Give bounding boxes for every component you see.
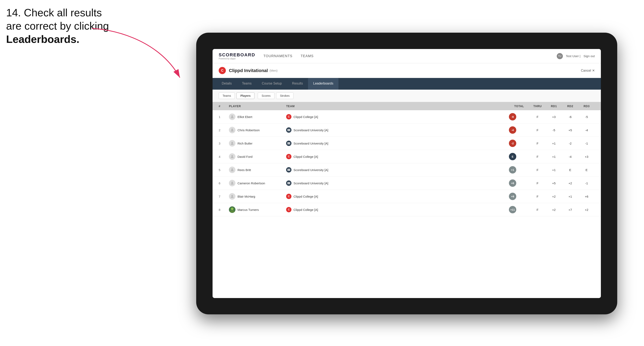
svg-rect-18 bbox=[287, 184, 290, 184]
rank: 1 bbox=[219, 115, 229, 119]
tab-course-setup[interactable]: Course Setup bbox=[257, 78, 287, 90]
filter-players-button[interactable]: Players bbox=[236, 92, 254, 99]
player-avatar bbox=[229, 140, 236, 147]
sign-out-link[interactable]: Sign out bbox=[584, 54, 595, 58]
tab-bar: Details Teams Course Setup Results Leade… bbox=[212, 78, 601, 90]
svg-point-6 bbox=[231, 142, 233, 144]
rd2: +1 bbox=[562, 195, 578, 198]
logo-area: SCOREBOARD Powered by clippd bbox=[219, 52, 255, 60]
team-logo: C bbox=[286, 194, 292, 199]
team-logo bbox=[286, 141, 292, 146]
team-cell: Scoreboard University [A] bbox=[286, 180, 509, 186]
player-avatar bbox=[229, 153, 236, 160]
player-cell: Marcus Turners bbox=[229, 206, 286, 213]
player-avatar bbox=[229, 206, 236, 213]
total-cell: +6 bbox=[509, 179, 529, 187]
filter-scores-button[interactable]: Scores bbox=[258, 92, 274, 99]
player-name: Cameron Robertson bbox=[238, 181, 265, 185]
thru: F bbox=[529, 155, 546, 159]
player-avatar bbox=[229, 193, 236, 200]
rd1: +5 bbox=[546, 181, 562, 185]
instruction-line2: are correct by clicking bbox=[6, 20, 109, 32]
player-name: Blair McHarg bbox=[238, 195, 255, 198]
filter-teams-button[interactable]: Teams bbox=[219, 92, 235, 99]
cancel-button[interactable]: Cancel ✕ bbox=[581, 69, 595, 72]
tournament-header: C Clippd Invitational (Men) Cancel ✕ bbox=[212, 63, 601, 78]
total-cell: -4 bbox=[509, 126, 529, 134]
player-name: Marcus Turners bbox=[238, 208, 259, 211]
svg-rect-13 bbox=[287, 170, 290, 170]
svg-rect-5 bbox=[287, 131, 290, 131]
rd1: +1 bbox=[546, 168, 562, 172]
tab-leaderboards[interactable]: Leaderboards bbox=[308, 78, 338, 90]
score-badge: -4 bbox=[509, 126, 516, 134]
filter-strokes-button[interactable]: Strokes bbox=[276, 92, 294, 99]
rank: 7 bbox=[219, 195, 229, 198]
tournament-icon: C bbox=[219, 67, 226, 74]
player-cell: David Ford bbox=[229, 153, 286, 160]
rd3: -1 bbox=[578, 142, 595, 145]
tab-teams[interactable]: Teams bbox=[237, 78, 257, 90]
leaderboard-table: # PLAYER TEAM TOTAL THRU RD1 RD2 RD3 1 E… bbox=[212, 102, 601, 298]
score-badge: +1 bbox=[509, 166, 516, 173]
rd3: +2 bbox=[578, 208, 595, 211]
team-cell: Scoreboard University [A] bbox=[286, 141, 509, 146]
tab-details[interactable]: Details bbox=[217, 78, 237, 90]
user-name: Test User | bbox=[566, 54, 580, 58]
team-logo: C bbox=[286, 154, 292, 159]
nav-teams[interactable]: TEAMS bbox=[301, 53, 314, 59]
tournament-gender: (Men) bbox=[270, 69, 278, 72]
rank: 6 bbox=[219, 181, 229, 185]
svg-rect-8 bbox=[287, 143, 290, 144]
svg-rect-16 bbox=[287, 182, 290, 183]
player-cell: Cameron Robertson bbox=[229, 180, 286, 186]
rd3: E bbox=[578, 168, 595, 172]
total-cell: E bbox=[509, 153, 529, 160]
player-name: Elliot Ebert bbox=[238, 115, 252, 119]
thru: F bbox=[529, 115, 546, 119]
svg-rect-4 bbox=[287, 130, 290, 131]
logo-subtitle: Powered by clippd bbox=[219, 58, 255, 60]
svg-rect-12 bbox=[287, 169, 290, 170]
team-name: Clippd College [A] bbox=[294, 208, 318, 211]
player-avatar bbox=[229, 167, 236, 173]
score-badge: E bbox=[509, 153, 516, 160]
table-row: 6 Cameron Robertson Scoreboard Universit… bbox=[212, 176, 601, 190]
col-rank: # bbox=[219, 105, 229, 108]
team-logo: C bbox=[286, 207, 292, 212]
total-cell: -8 bbox=[509, 113, 529, 120]
team-cell: C Clippd College [A] bbox=[286, 114, 509, 119]
rd2: E bbox=[562, 168, 578, 172]
player-name: Rich Butler bbox=[238, 142, 252, 145]
rd2: -4 bbox=[562, 155, 578, 159]
rd2: -2 bbox=[562, 142, 578, 145]
rd1: +3 bbox=[546, 115, 562, 119]
rank: 5 bbox=[219, 168, 229, 172]
rank: 4 bbox=[219, 155, 229, 159]
logo-title: SCOREBOARD bbox=[219, 52, 255, 58]
col-rd2: RD2 bbox=[562, 105, 578, 108]
rank: 2 bbox=[219, 128, 229, 132]
svg-rect-14 bbox=[287, 171, 290, 171]
nav-tournaments[interactable]: TOURNAMENTS bbox=[264, 53, 292, 59]
rd1: +1 bbox=[546, 155, 562, 159]
team-logo: C bbox=[286, 114, 292, 119]
player-avatar bbox=[229, 180, 236, 186]
total-cell: +1 bbox=[509, 166, 529, 173]
tablet-screen: SCOREBOARD Powered by clippd TOURNAMENTS… bbox=[212, 49, 601, 298]
player-name: Chris Robertson bbox=[238, 128, 260, 132]
player-cell: Blair McHarg bbox=[229, 193, 286, 200]
score-badge: +9 bbox=[509, 193, 516, 200]
player-cell: Chris Robertson bbox=[229, 127, 286, 133]
rd3: -4 bbox=[578, 128, 595, 132]
score-badge: -2 bbox=[509, 140, 516, 147]
player-avatar bbox=[229, 114, 236, 120]
rd1: +2 bbox=[546, 208, 562, 211]
svg-point-2 bbox=[231, 129, 233, 130]
user-avatar: TU bbox=[557, 53, 563, 59]
team-cell: Scoreboard University [A] bbox=[286, 127, 509, 133]
svg-rect-3 bbox=[287, 129, 290, 130]
rd2: +5 bbox=[562, 128, 578, 132]
tab-results[interactable]: Results bbox=[287, 78, 308, 90]
team-cell: Scoreboard University [A] bbox=[286, 167, 509, 173]
